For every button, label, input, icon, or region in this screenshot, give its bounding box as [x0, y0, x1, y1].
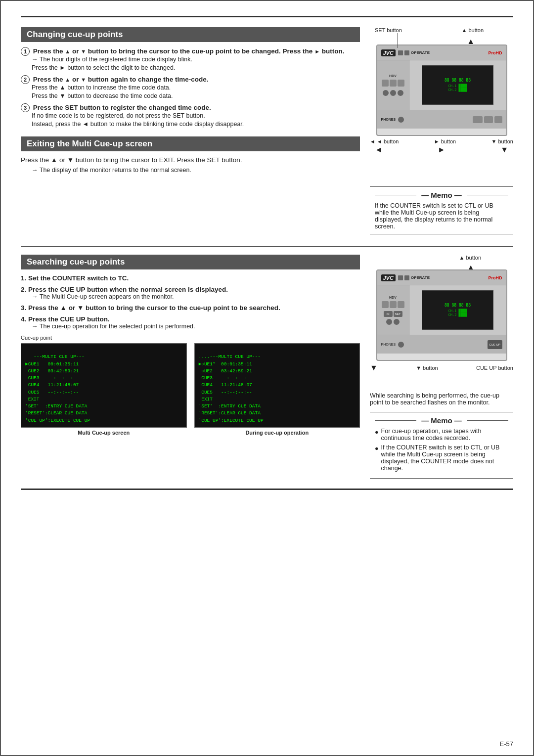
device-indicators-2: OPERATE — [398, 275, 430, 280]
step-1-num: 1 — [21, 47, 30, 56]
device-left-controls-1: HDV — [377, 60, 409, 110]
jvc-device-1: JVC OPERATE ProHD HDV — [376, 44, 507, 136]
page-wrapper: Changing cue-up points 1 Press the or bu… — [0, 0, 534, 756]
label-set-button: SET button — [375, 27, 402, 33]
step-1-sub-1: The hour digits of the registered time c… — [32, 56, 360, 63]
search-btn-1[interactable]: IN — [384, 311, 393, 317]
down-arrow-device2: ▼ — [370, 363, 378, 372]
cueup-point-label: Cue-up point — [21, 335, 360, 341]
search-note: While searching is being performed, the … — [370, 392, 513, 406]
hdv-label-2: HDV — [389, 296, 397, 299]
mode-btn-3[interactable] — [398, 80, 404, 87]
memo-bullet-1: ● For cue-up operation, use tapes with c… — [375, 428, 508, 442]
screen-1-box: ---MULTI CUE UP--- ►CUE1 00:01:35:11 CUE… — [21, 343, 187, 428]
step-2-label: 2 Press the or button again to change th… — [21, 75, 360, 84]
icon-circle-2-2 — [394, 319, 400, 325]
down-arrow-exit — [67, 156, 74, 164]
section-changing: Changing cue-up points 1 Press the or bu… — [21, 27, 513, 234]
up-arrow-2 — [65, 77, 70, 83]
diag-wrapper-2: ▲ button ▲ JVC OPERATE ProHD — [370, 255, 513, 392]
screen-2-box: ....---MULTI CUE UP--- ►○UE1* 00:01:35:1… — [194, 343, 360, 428]
col-right-searching: ▲ button ▲ JVC OPERATE ProHD — [370, 255, 513, 479]
screen-display-1: 88 88 88 88 CH.1 ████ CH.2 ████ — [445, 78, 471, 92]
memo-bullet-2-text: If the COUNTER switch is set to CTL or U… — [381, 444, 508, 472]
device-top-2: JVC OPERATE ProHD — [377, 270, 506, 285]
indicator-2 — [404, 50, 409, 55]
down-btn-label-2: ▼ button — [416, 365, 438, 371]
right-arrow-1 — [314, 48, 320, 54]
bullet-dot-1: ● — [375, 429, 379, 442]
col-right-changing: SET button ▲ button ▲ JVC OPERATE — [370, 27, 513, 234]
memo-text-1: If the COUNTER switch is set to CTL or U… — [375, 202, 508, 230]
device-bottom-1: PHONES — [377, 110, 506, 129]
label-up-btn-2: ▲ button — [459, 255, 481, 261]
device-arrow-indicators: ◄ ► ▼ — [370, 145, 513, 154]
search-step-4-text: 4. Press the CUE UP button. — [21, 315, 110, 323]
search-step-1-num: 1. — [21, 274, 28, 282]
jvc-logo-2: JVC — [381, 274, 396, 281]
memo-title-2: — Memo — — [375, 416, 508, 425]
step-3-sub-2: Instead, press the button to make the bl… — [32, 121, 360, 128]
top-border — [21, 16, 513, 17]
search-buttons: IN SET — [384, 311, 402, 317]
indicator-2-1 — [398, 275, 403, 280]
cueup-button[interactable]: CUE UP — [488, 340, 502, 349]
bottom-btn-1[interactable] — [473, 116, 483, 123]
down-arrow-ind: ▼ — [500, 145, 508, 154]
search-btn-2[interactable]: SET — [394, 311, 402, 317]
page-number: E-57 — [500, 740, 513, 748]
device-left-2: HDV IN SET — [377, 285, 409, 335]
step-2: 2 Press the or button again to change th… — [21, 75, 360, 99]
mode-btn-1[interactable] — [382, 80, 389, 87]
search-step-4: 4. Press the CUE UP button. The cue-up o… — [21, 315, 360, 330]
step-2-sub-1: Press the button to increase the time co… — [32, 84, 360, 91]
prohd-logo-1: ProHD — [488, 50, 502, 55]
section-header-searching: Searching cue-up points — [21, 255, 360, 269]
label-right-arrow-btn: ► button — [434, 138, 456, 144]
phones-jack-2 — [398, 342, 404, 348]
step-3: 3 Press the SET button to register the c… — [21, 103, 360, 128]
search-step-1: 1. Set the COUNTER switch to TC. — [21, 274, 360, 282]
mode-btn-2-2[interactable] — [390, 301, 397, 308]
indicator-1 — [398, 50, 403, 55]
down-arrow-2 — [81, 77, 86, 83]
exiting-sub: The display of the monitor returns to th… — [32, 167, 360, 174]
device-bottom-labels-2: ▼ ▼ button CUE UP button — [370, 363, 513, 372]
step-3-label: 3 Press the SET button to register the c… — [21, 103, 360, 112]
bottom-border — [21, 489, 513, 490]
mode-buttons-2 — [382, 301, 404, 308]
step-3-sub-1: If no time code is to be registered, do … — [32, 112, 360, 119]
memo-title-text-1: — Memo — — [416, 191, 467, 199]
bottom-btn-2[interactable] — [484, 116, 493, 123]
device-top-1: JVC OPERATE ProHD — [377, 45, 506, 60]
bottom-controls — [473, 116, 502, 123]
mode-btn-2-1[interactable] — [382, 301, 389, 308]
label-up-button: ▲ button — [461, 27, 484, 33]
mode-btn-2[interactable] — [390, 80, 397, 87]
up-arrow-2b — [59, 84, 65, 91]
device-middle-2: HDV IN SET — [377, 285, 506, 335]
icon-row — [383, 90, 403, 96]
cueup-btn-label: CUE UP button — [476, 365, 513, 371]
cueup-btn-area: CUE UP — [488, 340, 502, 349]
mode-btn-2-3[interactable] — [398, 301, 404, 308]
label-left-arrow-btn: ◄ ◄ button — [370, 138, 399, 144]
bullet-dot-2: ● — [375, 445, 379, 472]
set-btn-line — [397, 33, 398, 48]
bottom-btn-3[interactable] — [494, 116, 502, 123]
device-display-area-2: 88 88 88 88 CH.1 ████ CH.2 ████ — [409, 285, 506, 335]
memo-box-1: — Memo — If the COUNTER switch is set to… — [370, 186, 513, 234]
search-step-3: 3. Press the or button to bring the curs… — [21, 304, 360, 311]
memo-title-text-2: — Memo — — [416, 416, 467, 425]
prohd-logo-2: ProHD — [488, 275, 502, 280]
step-1: 1 Press the or button to bring the curso… — [21, 47, 360, 71]
screen-display-2: 88 88 88 88 CH.1 ████ CH.2 ████ — [445, 303, 471, 317]
left-arrow-ind: ◄ — [375, 145, 383, 154]
phones-jack — [398, 117, 404, 123]
divider-1 — [21, 246, 513, 247]
down-arrow-2b — [59, 92, 65, 99]
down-arrow-1 — [81, 48, 86, 54]
device-bottom-2: PHONES CUE UP — [377, 335, 506, 354]
search-step-4-sub: The cue-up operation for the selected po… — [32, 323, 360, 330]
step-3-text: Press the SET button to register the cha… — [33, 104, 211, 111]
